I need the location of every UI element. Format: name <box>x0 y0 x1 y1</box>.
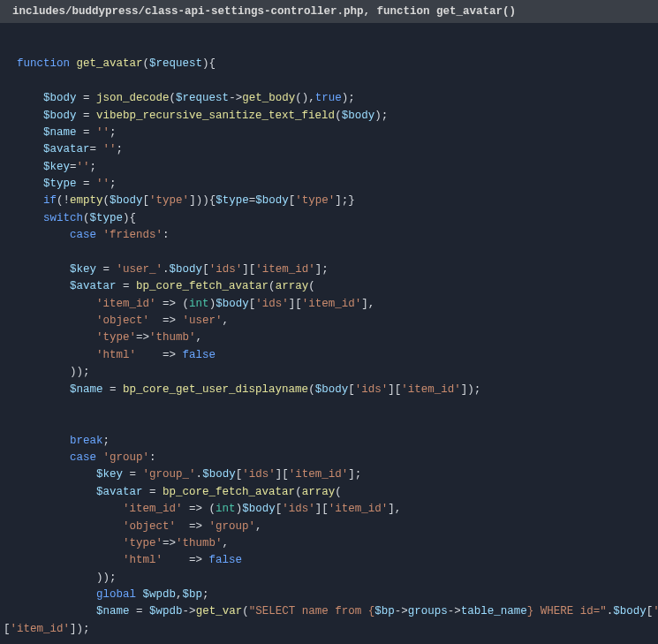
str-itemid1: 'item_id' <box>255 263 315 276</box>
var-body6: $body <box>170 263 203 276</box>
str-type3: 'type' <box>123 537 163 549</box>
str-empty1: '' <box>96 126 110 139</box>
str-empty4: '' <box>96 178 110 190</box>
str-itemid4: 'item_id' <box>401 383 461 396</box>
arrow4: => <box>163 349 176 361</box>
file-path: includes/buddypress/class-api-settings-c… <box>12 5 516 18</box>
var-bp2: $bp <box>374 605 395 617</box>
var-body9: $body <box>202 468 236 481</box>
var-body2: $body <box>43 110 77 122</box>
var-avatar: $avatar <box>43 143 90 155</box>
var-avatar3: $avatar <box>96 486 143 498</box>
str-itemid8: 'item_id' <box>11 623 71 635</box>
kw-case1: case <box>70 229 96 241</box>
call-fetch-avatar2: bp_core_fetch_avatar <box>163 486 295 498</box>
var-body3: $body <box>342 110 375 122</box>
str-ids4: 'ids' <box>242 468 276 481</box>
kw-if: if <box>43 194 57 207</box>
var-avatar2: $avatar <box>70 280 117 292</box>
str-thumb2: 'thumb' <box>176 537 223 549</box>
str-user: 'user' <box>183 314 223 327</box>
arrow8: => <box>189 554 202 566</box>
str-thumb1: 'thumb' <box>149 331 196 344</box>
str-itemid3: 'item_id' <box>302 298 362 310</box>
var-name3: $name <box>96 605 130 617</box>
call-json-decode: json_decode <box>96 92 170 104</box>
cast-int1: int <box>189 298 209 310</box>
bool-false2: false <box>209 554 243 566</box>
str-user-prefix: 'user_' <box>117 263 163 276</box>
str-type-key2: 'type' <box>295 194 335 207</box>
str-group-obj: 'group' <box>209 520 256 533</box>
str-object1: 'object' <box>96 314 149 327</box>
str-friends: 'friends' <box>103 229 163 241</box>
str-empty2: '' <box>103 143 117 155</box>
str-html2: 'html' <box>123 554 163 566</box>
file-header: includes/buddypress/class-api-settings-c… <box>0 0 658 23</box>
fn-name: get_avatar <box>77 57 143 70</box>
var-wpdb2: $wpdb <box>149 605 183 617</box>
var-wpdb: $wpdb <box>143 588 177 601</box>
str-ids2: 'ids' <box>255 298 289 310</box>
var-bp: $bp <box>183 588 203 601</box>
call-empty: empty <box>70 194 103 207</box>
str-ids5: 'ids' <box>282 503 315 515</box>
str-itemid6: 'item_id' <box>123 503 183 515</box>
code-block: function get_avatar($request){ $body = j… <box>0 23 658 644</box>
str-ids6: 'ids' <box>653 605 658 617</box>
str-itemid5: 'item_id' <box>289 468 349 481</box>
kw-function: function <box>17 57 70 70</box>
str-empty3: '' <box>77 161 90 173</box>
var-body7: $body <box>216 298 249 310</box>
str-group-prefix: 'group_' <box>143 468 196 481</box>
var-type2: $type <box>216 194 249 207</box>
call-fetch-avatar: bp_core_fetch_avatar <box>136 280 268 292</box>
kw-global: global <box>96 588 136 601</box>
var-body11: $body <box>613 605 647 617</box>
str-ids1: 'ids' <box>209 263 243 276</box>
bool-true: true <box>315 92 342 104</box>
kw-break1: break <box>70 435 103 447</box>
call-displayname: bp_core_get_user_displayname <box>123 383 308 396</box>
prop-table-name: table_name <box>461 605 527 617</box>
str-object2: 'object' <box>123 520 176 533</box>
arrow1: => <box>163 298 176 310</box>
var-body8: $body <box>315 383 349 396</box>
str-itemid2: 'item_id' <box>96 298 156 310</box>
arrow6: => <box>189 520 202 533</box>
code-content: function get_avatar($request){ $body = j… <box>4 57 658 634</box>
var-key: $key <box>43 161 70 173</box>
arrow7: => <box>163 537 176 549</box>
var-name: $name <box>43 126 77 139</box>
kw-case2: case <box>70 451 96 464</box>
mth-get-var: get_var <box>196 605 243 617</box>
str-sql1: "SELECT name from <box>249 605 368 617</box>
var-request: $request <box>176 92 229 104</box>
bool-false1: false <box>183 349 216 361</box>
var-body10: $body <box>242 503 276 515</box>
var-body4: $body <box>110 194 143 207</box>
call-sanitize: vibebp_recursive_sanitize_text_field <box>96 110 335 122</box>
str-itemid7: 'item_id' <box>329 503 389 515</box>
str-type-key: 'type' <box>149 194 189 207</box>
str-html1: 'html' <box>96 349 136 361</box>
var-key3: $key <box>96 468 123 481</box>
var-body5: $body <box>255 194 289 207</box>
call-array1: array <box>276 280 309 292</box>
var-key2: $key <box>70 263 96 276</box>
var-type3: $type <box>90 212 124 224</box>
arrow5: => <box>189 503 202 515</box>
str-sql2: WHERE id=" <box>533 605 607 617</box>
param-request: $request <box>149 57 202 70</box>
mth-get-body: get_body <box>242 92 295 104</box>
var-type: $type <box>43 178 77 190</box>
arrow2: => <box>163 314 176 327</box>
str-type2: 'type' <box>96 331 136 344</box>
var-name2: $name <box>70 383 103 396</box>
cast-int2: int <box>216 503 236 515</box>
kw-switch: switch <box>43 212 83 224</box>
prop-groups: groups <box>408 605 448 617</box>
str-group: 'group' <box>103 451 150 464</box>
call-array2: array <box>302 486 336 498</box>
arrow3: => <box>136 331 149 344</box>
